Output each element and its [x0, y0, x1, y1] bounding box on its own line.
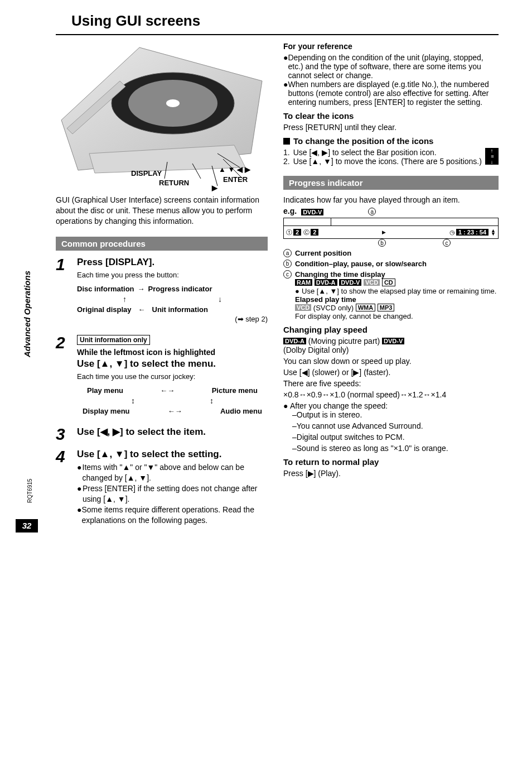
badge: VCD	[364, 279, 380, 286]
left-column: DISPLAY RETURN ▲ ▼ ◀ ▶ ENTER ▶ GUI (Grap…	[56, 42, 268, 531]
ref-bullet: Depending on the condition of the unit (…	[288, 53, 499, 80]
cycle2-bottom-left: Display menu	[83, 406, 130, 416]
eg-row: e.g. DVD-V a	[283, 207, 499, 215]
info-cycle: Disc information → Progress indicator ↑↓…	[77, 284, 268, 324]
page-title: Using GUI screens	[56, 11, 499, 34]
badge: CD	[382, 279, 395, 286]
ref-header: For your reference	[283, 42, 499, 51]
speed-after-item: –Sound is stereo as long as "×1.0" is or…	[292, 444, 499, 453]
s4-bullet: Some items require different operations.…	[81, 505, 268, 526]
callout-play: ▶	[212, 184, 217, 192]
annotation-row: c Changing the time display RAM DVD-A DV…	[283, 270, 499, 320]
pos-step: Use [◀, ▶] to select the Bar position ic…	[283, 148, 482, 157]
title-bar: Using GUI screens	[56, 11, 499, 35]
title-field: ⓣ 2	[286, 228, 301, 237]
callout-enter: ENTER	[223, 175, 248, 184]
step-heading: Use [◀, ▶] to select the item.	[77, 426, 268, 439]
annot-label: Condition–play, pause, or slow/search	[295, 260, 427, 268]
annot-c-badges: RAM DVD-A DVD-V VCD CD	[295, 279, 499, 287]
cycle2-bottom-right: Audio menu	[220, 406, 262, 416]
badge-plain: (Moving picutre part)	[308, 337, 380, 346]
section-header-common: Common procedures	[56, 237, 268, 251]
badge: WMA	[356, 304, 376, 311]
badge: MP3	[378, 304, 395, 311]
step-number: 3	[56, 426, 77, 443]
play-state: ▶	[321, 229, 447, 235]
section-header-progress: Progress indicator	[283, 176, 499, 190]
progress-intro: Indicates how far you have played throug…	[283, 195, 499, 204]
clear-header: To clear the icons	[283, 111, 499, 121]
cycle-top-left: Disc information	[77, 284, 134, 294]
step-row: 4 Use [▲, ▼] to select the setting. ●Ite…	[56, 448, 268, 525]
step-heading: Use [▲, ▼] to select the menu.	[77, 358, 268, 371]
rqt-code: RQT6915	[27, 478, 33, 502]
page: Using GUI screens	[0, 0, 532, 543]
eg-badge: DVD-V	[301, 209, 323, 215]
badge: DVD-V	[339, 279, 361, 286]
annot-letter: a	[283, 249, 292, 257]
elapsed-badges: VCD (SVCD only) WMA MP3	[295, 304, 499, 312]
badge: RAM	[295, 279, 312, 286]
chapter-num: 2	[311, 229, 318, 236]
badge: DVD-A	[315, 279, 337, 286]
device-illustration: DISPLAY RETURN ▲ ▼ ◀ ▶ ENTER ▶	[56, 42, 268, 187]
time-field: ◷ 1 : 23 : 54	[449, 229, 489, 236]
progress-marker	[331, 218, 331, 226]
callout-arrows: ▲ ▼ ◀ ▶	[219, 165, 250, 174]
annotation-row: b Condition–play, pause, or slow/search	[283, 260, 499, 268]
cycle-note: (➡ step 2)	[77, 314, 268, 324]
speed-header: Changing play speed	[283, 325, 499, 334]
step-number: 1	[56, 256, 77, 329]
step-number: 2	[56, 334, 77, 421]
badge: DVD-V	[382, 338, 404, 344]
svg-point-3	[166, 99, 180, 107]
step-sub: Each time you use the cursor jockey:	[77, 372, 268, 382]
badge: VCD	[295, 304, 311, 311]
step-row: 3 Use [◀, ▶] to select the item.	[56, 426, 268, 443]
step-heading: Use [▲, ▼] to select the setting.	[77, 448, 268, 461]
annot-letter: b	[283, 260, 292, 268]
page-number: 32	[16, 519, 38, 532]
updown-icon: ▲▼	[491, 229, 496, 236]
sidebar-label: Advanced Operations	[22, 271, 32, 357]
bar-position-icon: ↑≡↓	[485, 148, 499, 165]
s4-bullet: Items with "▲" or "▼" above and below ca…	[83, 462, 268, 483]
pos-step: Use [▲, ▼] to move the icons. (There are…	[283, 157, 482, 166]
speed-after-item: –You cannot use Advanced Surround.	[292, 421, 499, 430]
step-row: 1 Press [DISPLAY]. Each time you press t…	[56, 256, 268, 329]
return-body: Press [▶] (Play).	[283, 469, 499, 478]
annot-b-ptr: b	[378, 239, 386, 247]
cycle-bottom-right: Unit information	[152, 305, 208, 315]
elapsed-note: For display only, cannot be changed.	[295, 312, 499, 320]
step-sub: Each time you press the button:	[77, 270, 268, 280]
cycle-top-right: Progress indicator	[148, 284, 212, 294]
chapter-field: Ⓒ 2	[303, 228, 318, 237]
ref-bullet: When numbers are displayed (e.g.title No…	[288, 80, 499, 107]
chapter-icon: Ⓒ	[303, 228, 309, 237]
time-val: 1 : 23 : 54	[456, 229, 489, 236]
menu-cycle: Play menu ←→ Picture menu ↕↕ Display men…	[77, 386, 268, 416]
clock-icon: ◷	[449, 229, 455, 236]
return-header: To return to normal play	[283, 457, 499, 467]
clear-body: Press [RETURN] until they clear.	[283, 123, 499, 132]
speed-line: (Dolby Digital only)	[283, 346, 499, 354]
step-number: 4	[56, 448, 77, 525]
progress-timeline	[284, 218, 498, 226]
annot-a-ptr: a	[368, 208, 376, 215]
speed-after: After you change the speed:	[290, 401, 388, 410]
speed-line: Use [◀] (slower) or [▶] (faster).	[283, 368, 499, 377]
badge: DVD-A	[283, 338, 306, 344]
speed-line: There are five speeds:	[283, 379, 499, 388]
step-body: Use [◀, ▶] to select the item.	[77, 426, 268, 443]
intro-text: GUI (Graphical User Interface) screens c…	[56, 195, 268, 227]
progress-bar-graphic: ⓣ 2 Ⓒ 2 ▶ ◷ 1 : 23 : 54 ▲▼	[283, 218, 499, 239]
columns: DISPLAY RETURN ▲ ▼ ◀ ▶ ENTER ▶ GUI (Grap…	[56, 42, 499, 531]
step-body: Press [DISPLAY]. Each time you press the…	[77, 256, 268, 329]
annot-pointers: b c	[283, 239, 499, 247]
speed-line: ×0.8↔×0.9↔×1.0 (normal speed)↔×1.2↔×1.4	[283, 390, 499, 399]
eg-label: e.g.	[283, 207, 297, 215]
s4-bullet: Press [ENTER] if the setting does not ch…	[83, 483, 268, 505]
cycle2-top-right: Picture menu	[212, 386, 258, 396]
cycle-bottom-left: Original display	[77, 305, 132, 315]
annot-label: Current position	[295, 249, 351, 257]
